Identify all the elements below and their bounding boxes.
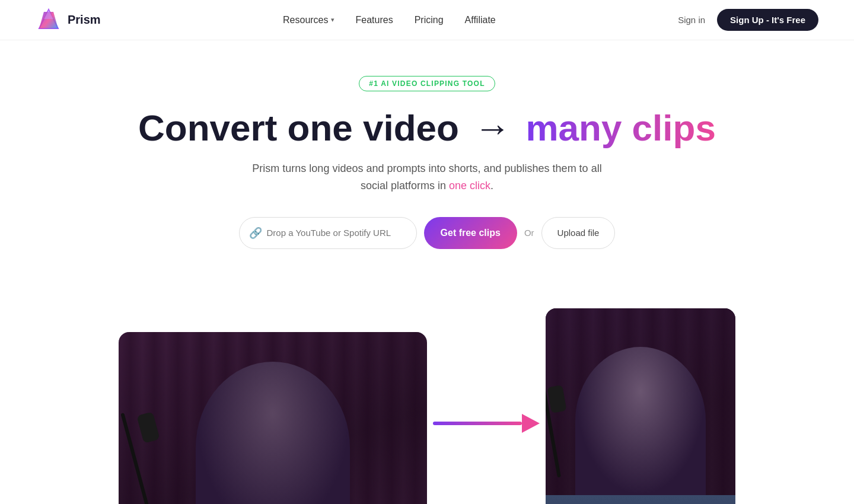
hero-badge: #1 AI VIDEO CLIPPING TOOL	[359, 76, 495, 91]
nav-actions: Sign in Sign Up - It's Free	[678, 9, 818, 31]
get-clips-button[interactable]: Get free clips	[424, 217, 517, 249]
logo-text: Prism	[68, 13, 101, 27]
nav-item-pricing[interactable]: Pricing	[415, 15, 444, 25]
input-row: 🔗 Get free clips Or Upload file	[12, 217, 842, 249]
url-input-wrapper: 🔗	[239, 217, 417, 249]
video-left	[119, 332, 427, 504]
arrow-head	[522, 414, 540, 433]
hero-title: Convert one video → many clips	[12, 108, 842, 148]
hero-subtitle: Prism turns long videos and prompts into…	[12, 160, 842, 194]
video-section: stay	[0, 308, 854, 504]
nav-item-affiliate[interactable]: Affiliate	[465, 15, 496, 25]
hero-section: #1 AI VIDEO CLIPPING TOOL Convert one vi…	[0, 40, 854, 308]
signup-button[interactable]: Sign Up - It's Free	[717, 9, 818, 31]
nav-item-resources[interactable]: Resources ▾	[283, 15, 334, 25]
navbar: Prism Resources ▾ Features Pricing Affil…	[0, 0, 854, 40]
logo-icon	[36, 7, 62, 33]
arrow-line	[433, 422, 522, 425]
signin-button[interactable]: Sign in	[678, 15, 705, 25]
url-input[interactable]	[267, 228, 412, 238]
or-divider: Or	[524, 228, 534, 238]
video-right-upper	[546, 308, 735, 495]
upload-button[interactable]: Upload file	[541, 217, 616, 249]
link-icon: 🔗	[249, 227, 262, 240]
nav-item-features[interactable]: Features	[356, 15, 393, 25]
video-caption-bar: stay	[546, 495, 735, 504]
hero-title-highlight: many clips	[525, 107, 715, 148]
video-arrow-container	[427, 308, 546, 432]
conversion-arrow	[433, 415, 540, 432]
logo-link[interactable]: Prism	[36, 7, 101, 33]
one-click-text: one click	[449, 180, 490, 192]
arrow-icon: →	[474, 107, 511, 148]
chevron-down-icon: ▾	[331, 16, 334, 24]
video-right: stay	[546, 308, 735, 504]
nav-links: Resources ▾ Features Pricing Affiliate	[283, 15, 496, 25]
person-silhouette-right	[575, 347, 706, 495]
